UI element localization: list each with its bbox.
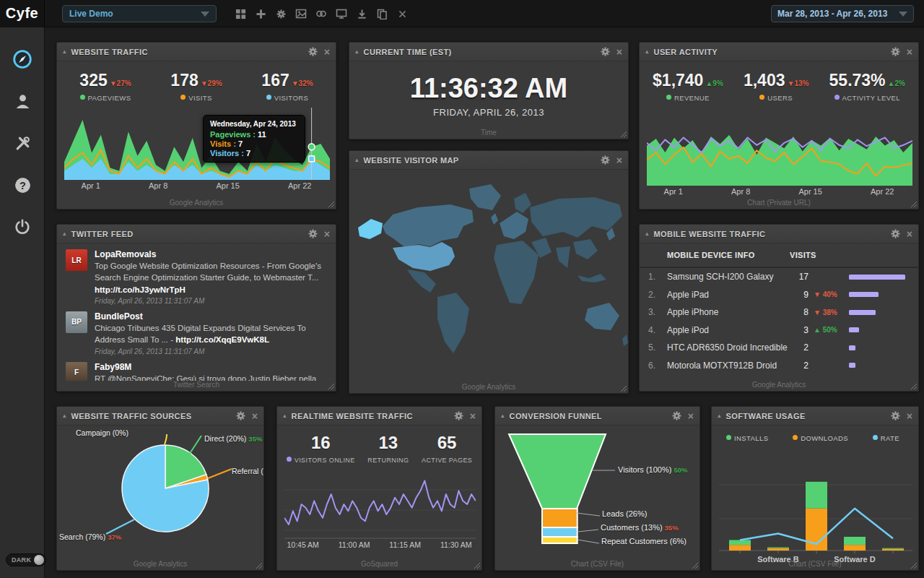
resize-handle[interactable] <box>619 384 627 392</box>
close-icon[interactable]: × <box>470 411 476 421</box>
collapse-icon[interactable]: ▴ <box>283 413 287 419</box>
download-icon[interactable] <box>355 7 368 20</box>
widget-title: TWITTER FEED <box>71 230 134 238</box>
collapse-icon[interactable]: ▴ <box>501 413 505 419</box>
sidebar-item-tools[interactable] <box>0 127 45 159</box>
widget-header[interactable]: ▴ USER ACTIVITY × <box>640 43 918 61</box>
collapse-icon[interactable]: ▴ <box>63 48 66 55</box>
link-icon[interactable] <box>315 7 328 20</box>
collapse-icon[interactable]: ▴ <box>645 230 649 237</box>
sidebar-item-account[interactable] <box>0 85 45 117</box>
widget-title: SOFTWARE USAGE <box>726 412 806 420</box>
widget-header[interactable]: ▴ TWITTER FEED × <box>57 225 336 243</box>
close-icon[interactable]: × <box>616 155 622 165</box>
collapse-icon[interactable]: ▴ <box>355 48 359 55</box>
collapse-icon[interactable]: ▴ <box>63 230 66 237</box>
collapse-icon[interactable]: ▴ <box>718 413 721 419</box>
top-bar: Cyfe Live Demo Mar 28, 2013 - Apr 26, 20… <box>0 0 924 27</box>
widget-header[interactable]: ▴ WEBSITE TRAFFIC SOURCES × <box>57 407 263 426</box>
resize-handle[interactable] <box>910 382 917 389</box>
gear-icon[interactable] <box>601 47 610 56</box>
resize-handle[interactable] <box>327 200 334 207</box>
close-icon[interactable]: × <box>907 47 912 57</box>
tweet-link[interactable]: http://t.co/XqqE9VwK8L <box>175 335 269 344</box>
close-icon[interactable]: × <box>324 47 330 57</box>
collapse-icon[interactable]: ▴ <box>645 48 649 55</box>
legend-dot <box>666 95 671 100</box>
widget-header[interactable]: ▴ WEBSITE VISITOR MAP × <box>349 151 628 170</box>
tweet-username[interactable]: Faby98M <box>95 362 327 372</box>
legend-dot <box>287 457 292 462</box>
svg-text:Software B: Software B <box>757 555 799 564</box>
sidebar-item-dashboards[interactable] <box>0 43 45 75</box>
sidebar-item-logout[interactable] <box>0 211 45 243</box>
widget-conversion-funnel: ▴ CONVERSION FUNNEL × Visitors (100%)50%… <box>494 406 700 571</box>
widget-header[interactable]: ▴ CONVERSION FUNNEL × <box>495 407 699 426</box>
gear-icon[interactable] <box>308 47 318 56</box>
widget-title: WEBSITE TRAFFIC <box>71 48 148 56</box>
gear-icon[interactable] <box>308 229 318 238</box>
gear-icon[interactable] <box>891 411 900 420</box>
resize-handle[interactable] <box>255 561 262 569</box>
widget-header[interactable]: ▴ WEBSITE TRAFFIC × <box>57 43 336 61</box>
collapse-icon[interactable]: ▴ <box>355 157 359 163</box>
cyfe-logo[interactable]: Cyfe <box>0 0 45 27</box>
toolbar <box>234 7 409 20</box>
image-icon[interactable] <box>295 7 308 20</box>
stat-returning: 13 RETURNING <box>367 433 409 464</box>
grid-icon[interactable] <box>234 7 247 20</box>
gear-icon[interactable] <box>454 411 463 420</box>
close-icon[interactable]: × <box>907 411 912 421</box>
map-alaska <box>358 219 383 239</box>
gear-icon[interactable] <box>891 229 900 238</box>
widget-header[interactable]: ▴ MOBILE WEBSITE TRAFFIC × <box>640 225 918 243</box>
widget-source: Chart (Private URL) <box>640 199 918 207</box>
widget-title: WEBSITE TRAFFIC SOURCES <box>71 412 192 420</box>
tweet-timestamp: Friday, April 26, 2013 11:31:07 AM <box>95 348 327 355</box>
widget-realtime-traffic: ▴ REALTIME WEBSITE TRAFFIC × 16 VISITORS… <box>276 406 482 571</box>
map-new-zealand <box>622 335 628 346</box>
close-icon[interactable]: × <box>616 47 622 57</box>
gear-icon[interactable] <box>236 411 245 420</box>
resize-handle[interactable] <box>619 130 627 137</box>
tweet-link[interactable]: http://t.co/hJ3ywNrTpH <box>95 285 186 294</box>
close-icon[interactable]: × <box>252 411 258 421</box>
activity-area-chart <box>647 132 911 186</box>
dashboard-selector[interactable]: Live Demo <box>62 5 217 22</box>
close-icon[interactable]: × <box>688 411 694 421</box>
table-row: 1.Samsung SCH-I200 Galaxy17 <box>640 268 918 286</box>
visits-bar <box>849 345 855 350</box>
widget-header[interactable]: ▴ REALTIME WEBSITE TRAFFIC × <box>277 407 481 426</box>
gear-icon[interactable] <box>891 47 900 56</box>
resize-handle[interactable] <box>327 382 334 389</box>
gear-icon[interactable] <box>672 411 681 420</box>
sidebar-item-help[interactable]: ? <box>0 169 45 201</box>
gear-icon[interactable] <box>601 155 610 165</box>
tweet-username[interactable]: LopaRemovals <box>95 249 327 259</box>
funnel-label-visitors: Visitors (100%)50% <box>618 465 687 474</box>
close-icon[interactable]: × <box>324 229 330 239</box>
settings-gear-icon[interactable] <box>274 7 287 20</box>
power-icon <box>14 218 31 236</box>
screen-icon[interactable] <box>335 7 348 20</box>
widget-header[interactable]: ▴ CURRENT TIME (EST) × <box>349 43 628 61</box>
close-icon[interactable]: × <box>907 229 912 239</box>
widget-header[interactable]: ▴ SOFTWARE USAGE × <box>712 407 918 426</box>
pie-label-referral: Referral (2%) <box>232 467 264 475</box>
close-icon[interactable] <box>396 7 409 20</box>
resize-handle[interactable] <box>691 561 698 569</box>
date-range-selector[interactable]: Mar 28, 2013 - Apr 26, 2013 <box>771 5 914 22</box>
pie-label-search: Search (79%)37% <box>59 532 121 541</box>
svg-text:Software D: Software D <box>834 555 876 564</box>
dark-theme-toggle[interactable]: DARK <box>6 553 46 566</box>
tweet-username[interactable]: BundlePost <box>95 311 327 322</box>
resize-handle[interactable] <box>473 561 480 569</box>
map-south-america <box>437 293 469 353</box>
visits-bar <box>849 327 859 332</box>
add-widget-icon[interactable] <box>254 7 267 20</box>
widget-visitor-map: ▴ WEBSITE VISITOR MAP × Google Analytics <box>349 150 629 394</box>
visits-bar <box>849 275 905 280</box>
copy-pages-icon[interactable] <box>375 7 388 20</box>
resize-handle[interactable] <box>910 200 917 207</box>
collapse-icon[interactable]: ▴ <box>63 413 66 419</box>
